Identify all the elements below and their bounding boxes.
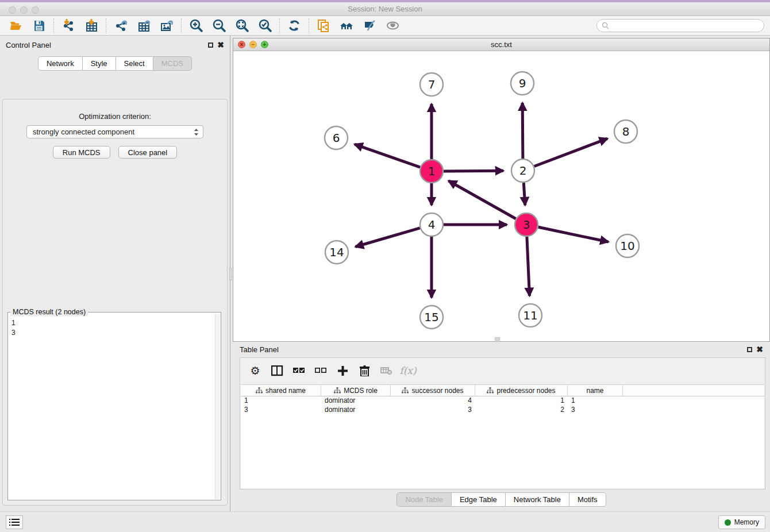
close-panel-button[interactable]: Close panel bbox=[118, 146, 178, 159]
edge-1-6[interactable] bbox=[355, 144, 420, 167]
export-table-icon bbox=[137, 18, 151, 33]
node-7[interactable]: 7 bbox=[420, 73, 443, 96]
optimization-criterion-label: Optimization criterion: bbox=[3, 112, 227, 121]
node-6[interactable]: 6 bbox=[325, 126, 348, 149]
node-2[interactable]: 2 bbox=[511, 159, 534, 182]
node-15[interactable]: 15 bbox=[420, 306, 443, 329]
column-chooser-button[interactable] bbox=[267, 361, 287, 380]
column-header-predecessor-nodes[interactable]: predecessor nodes bbox=[475, 385, 568, 396]
tab-node-table[interactable]: Node Table bbox=[396, 492, 452, 507]
column-hierarchy-icon bbox=[487, 387, 494, 394]
table-row[interactable]: 3dominator323 bbox=[241, 406, 764, 415]
open-session-button[interactable] bbox=[5, 17, 28, 34]
network-canvas[interactable]: 7968124314101511 bbox=[233, 51, 769, 341]
svg-text:14: 14 bbox=[329, 245, 344, 259]
control-panel-tabs: NetworkStyleSelectMCDS bbox=[0, 56, 230, 71]
zoom-selected-button[interactable] bbox=[253, 17, 276, 34]
tab-network-table[interactable]: Network Table bbox=[506, 492, 569, 507]
memory-label: Memory bbox=[734, 518, 759, 526]
search-field[interactable] bbox=[596, 19, 764, 32]
close-panel-icon[interactable]: ✖ bbox=[217, 43, 224, 48]
delete-table-button bbox=[376, 361, 396, 380]
edge-3-11[interactable] bbox=[527, 237, 530, 296]
edge-4-14[interactable] bbox=[356, 228, 420, 247]
table-row[interactable]: 1dominator411 bbox=[241, 396, 764, 406]
memory-button[interactable]: Memory bbox=[718, 515, 765, 529]
zoom-in-button[interactable] bbox=[184, 17, 207, 34]
node-14[interactable]: 14 bbox=[325, 241, 348, 264]
svg-text:8: 8 bbox=[622, 125, 630, 138]
column-header-shared-name[interactable]: shared name bbox=[241, 385, 321, 396]
zoom-fit-icon bbox=[235, 18, 249, 33]
task-list-icon bbox=[9, 518, 20, 526]
edge-3-1[interactable] bbox=[449, 181, 516, 219]
gear-icon: ⚙ bbox=[250, 364, 260, 377]
select-stepper-icon bbox=[193, 128, 199, 137]
mcds-result-title: MCDS result (2 nodes) bbox=[10, 308, 88, 316]
tab-select[interactable]: Select bbox=[116, 56, 153, 71]
export-image-button[interactable] bbox=[155, 17, 178, 34]
toolbar-separator bbox=[53, 18, 54, 33]
column-header-name[interactable]: name bbox=[568, 385, 623, 396]
table-settings-button[interactable]: ⚙ bbox=[245, 361, 265, 380]
table-cell: 1 bbox=[241, 396, 321, 406]
table-float-panel-icon[interactable] bbox=[747, 347, 752, 352]
show-hidden-button[interactable] bbox=[381, 17, 404, 34]
column-hierarchy-icon bbox=[402, 387, 409, 394]
export-image-icon bbox=[160, 18, 174, 33]
export-table-button[interactable] bbox=[132, 17, 155, 34]
run-mcds-button[interactable]: Run MCDS bbox=[53, 146, 110, 159]
node-1[interactable]: 1 bbox=[420, 160, 443, 183]
result-scrollbar[interactable] bbox=[215, 314, 220, 499]
svg-text:2: 2 bbox=[519, 164, 527, 178]
refresh-network-button[interactable] bbox=[283, 17, 306, 34]
tab-mcds[interactable]: MCDS bbox=[153, 56, 192, 71]
svg-text:1: 1 bbox=[428, 164, 436, 178]
zoom-fit-button[interactable] bbox=[230, 17, 253, 34]
export-network-button[interactable] bbox=[109, 17, 132, 34]
network-graph[interactable]: 7968124314101511 bbox=[233, 51, 769, 341]
edge-2-9[interactable] bbox=[522, 103, 523, 159]
task-history-button[interactable] bbox=[6, 515, 23, 529]
edge-2-3[interactable] bbox=[523, 183, 525, 205]
edge-3-10[interactable] bbox=[538, 227, 609, 242]
tab-style[interactable]: Style bbox=[83, 56, 116, 71]
node-11[interactable]: 11 bbox=[519, 304, 542, 327]
first-neighbors-button[interactable] bbox=[335, 17, 358, 34]
status-bar: Memory bbox=[0, 511, 770, 532]
column-header-MCDS-role[interactable]: MCDS role bbox=[321, 385, 391, 396]
vertical-splitter-handle[interactable] bbox=[229, 268, 232, 280]
node-9[interactable]: 9 bbox=[511, 72, 534, 95]
network-window-title: scc.txt bbox=[233, 40, 769, 49]
add-column-button[interactable] bbox=[332, 361, 353, 380]
zoom-selected-icon bbox=[258, 18, 272, 33]
memory-status-icon bbox=[725, 519, 731, 526]
node-3[interactable]: 3 bbox=[515, 213, 538, 236]
column-header-successor-nodes[interactable]: successor nodes bbox=[391, 385, 475, 396]
optimization-criterion-select[interactable]: strongly connected component bbox=[26, 125, 203, 138]
edge-1-2[interactable] bbox=[444, 171, 503, 171]
edge-2-8[interactable] bbox=[534, 138, 608, 166]
search-icon bbox=[602, 22, 609, 29]
tab-motifs[interactable]: Motifs bbox=[569, 492, 606, 507]
control-panel: Control Panel ✖ NetworkStyleSelectMCDS O… bbox=[0, 36, 230, 511]
import-network-button[interactable] bbox=[57, 17, 80, 34]
tab-edge-table[interactable]: Edge Table bbox=[452, 492, 506, 507]
horizontal-splitter-handle[interactable] bbox=[495, 337, 500, 341]
new-network-from-selection-icon bbox=[317, 18, 331, 33]
float-panel-icon[interactable] bbox=[208, 43, 213, 48]
zoom-out-button[interactable] bbox=[207, 17, 230, 34]
node-8[interactable]: 8 bbox=[614, 120, 637, 143]
deselect-all-rows-button[interactable] bbox=[310, 361, 331, 380]
node-10[interactable]: 10 bbox=[616, 234, 639, 257]
node-4[interactable]: 4 bbox=[420, 213, 443, 236]
tab-network[interactable]: Network bbox=[38, 56, 83, 71]
table-close-panel-icon[interactable]: ✖ bbox=[756, 347, 763, 352]
select-all-rows-button[interactable] bbox=[288, 361, 309, 380]
new-network-from-selection-button[interactable] bbox=[312, 17, 335, 34]
hide-selected-button[interactable] bbox=[358, 17, 381, 34]
import-table-button[interactable] bbox=[80, 17, 103, 34]
svg-text:6: 6 bbox=[333, 131, 340, 145]
delete-column-button[interactable] bbox=[354, 361, 375, 380]
save-session-button[interactable] bbox=[28, 17, 51, 34]
